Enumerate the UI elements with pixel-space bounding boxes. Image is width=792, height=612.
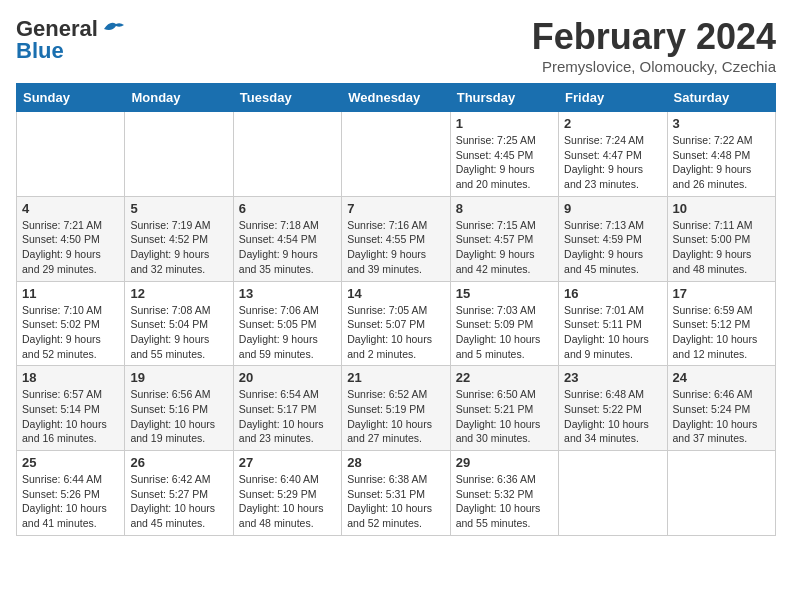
day-number: 8 <box>456 201 553 216</box>
day-number: 12 <box>130 286 227 301</box>
calendar-cell <box>667 451 775 536</box>
calendar-cell: 18Sunrise: 6:57 AMSunset: 5:14 PMDayligh… <box>17 366 125 451</box>
day-number: 3 <box>673 116 770 131</box>
weekday-header-saturday: Saturday <box>667 84 775 112</box>
day-number: 19 <box>130 370 227 385</box>
day-number: 16 <box>564 286 661 301</box>
day-info: Sunrise: 7:08 AMSunset: 5:04 PMDaylight:… <box>130 303 227 362</box>
day-number: 17 <box>673 286 770 301</box>
calendar-cell: 1Sunrise: 7:25 AMSunset: 4:45 PMDaylight… <box>450 112 558 197</box>
day-number: 9 <box>564 201 661 216</box>
day-info: Sunrise: 7:13 AMSunset: 4:59 PMDaylight:… <box>564 218 661 277</box>
day-info: Sunrise: 7:22 AMSunset: 4:48 PMDaylight:… <box>673 133 770 192</box>
weekday-header-wednesday: Wednesday <box>342 84 450 112</box>
calendar-cell: 2Sunrise: 7:24 AMSunset: 4:47 PMDaylight… <box>559 112 667 197</box>
logo-text-blue: Blue <box>16 38 64 64</box>
calendar-cell: 5Sunrise: 7:19 AMSunset: 4:52 PMDaylight… <box>125 196 233 281</box>
page-header: General Blue February 2024 Premyslovice,… <box>16 16 776 75</box>
weekday-header-friday: Friday <box>559 84 667 112</box>
day-info: Sunrise: 6:48 AMSunset: 5:22 PMDaylight:… <box>564 387 661 446</box>
day-info: Sunrise: 7:21 AMSunset: 4:50 PMDaylight:… <box>22 218 119 277</box>
day-info: Sunrise: 7:03 AMSunset: 5:09 PMDaylight:… <box>456 303 553 362</box>
day-info: Sunrise: 6:54 AMSunset: 5:17 PMDaylight:… <box>239 387 336 446</box>
weekday-header-sunday: Sunday <box>17 84 125 112</box>
day-number: 11 <box>22 286 119 301</box>
day-info: Sunrise: 7:16 AMSunset: 4:55 PMDaylight:… <box>347 218 444 277</box>
calendar-cell: 13Sunrise: 7:06 AMSunset: 5:05 PMDayligh… <box>233 281 341 366</box>
calendar-cell <box>342 112 450 197</box>
calendar-cell <box>17 112 125 197</box>
weekday-header-row: SundayMondayTuesdayWednesdayThursdayFrid… <box>17 84 776 112</box>
day-info: Sunrise: 7:06 AMSunset: 5:05 PMDaylight:… <box>239 303 336 362</box>
day-info: Sunrise: 6:56 AMSunset: 5:16 PMDaylight:… <box>130 387 227 446</box>
calendar-week-3: 11Sunrise: 7:10 AMSunset: 5:02 PMDayligh… <box>17 281 776 366</box>
calendar-cell: 17Sunrise: 6:59 AMSunset: 5:12 PMDayligh… <box>667 281 775 366</box>
day-info: Sunrise: 6:36 AMSunset: 5:32 PMDaylight:… <box>456 472 553 531</box>
calendar-cell <box>559 451 667 536</box>
day-info: Sunrise: 7:05 AMSunset: 5:07 PMDaylight:… <box>347 303 444 362</box>
calendar-table: SundayMondayTuesdayWednesdayThursdayFrid… <box>16 83 776 536</box>
weekday-header-tuesday: Tuesday <box>233 84 341 112</box>
calendar-cell: 26Sunrise: 6:42 AMSunset: 5:27 PMDayligh… <box>125 451 233 536</box>
day-number: 13 <box>239 286 336 301</box>
day-info: Sunrise: 7:25 AMSunset: 4:45 PMDaylight:… <box>456 133 553 192</box>
day-info: Sunrise: 7:15 AMSunset: 4:57 PMDaylight:… <box>456 218 553 277</box>
calendar-cell: 23Sunrise: 6:48 AMSunset: 5:22 PMDayligh… <box>559 366 667 451</box>
day-info: Sunrise: 6:46 AMSunset: 5:24 PMDaylight:… <box>673 387 770 446</box>
calendar-cell: 14Sunrise: 7:05 AMSunset: 5:07 PMDayligh… <box>342 281 450 366</box>
day-number: 21 <box>347 370 444 385</box>
calendar-cell: 29Sunrise: 6:36 AMSunset: 5:32 PMDayligh… <box>450 451 558 536</box>
calendar-cell: 8Sunrise: 7:15 AMSunset: 4:57 PMDaylight… <box>450 196 558 281</box>
title-area: February 2024 Premyslovice, Olomoucky, C… <box>532 16 776 75</box>
day-number: 23 <box>564 370 661 385</box>
day-number: 20 <box>239 370 336 385</box>
calendar-week-2: 4Sunrise: 7:21 AMSunset: 4:50 PMDaylight… <box>17 196 776 281</box>
day-info: Sunrise: 6:50 AMSunset: 5:21 PMDaylight:… <box>456 387 553 446</box>
logo: General Blue <box>16 16 124 64</box>
calendar-cell <box>233 112 341 197</box>
day-number: 22 <box>456 370 553 385</box>
calendar-cell: 20Sunrise: 6:54 AMSunset: 5:17 PMDayligh… <box>233 366 341 451</box>
calendar-cell: 27Sunrise: 6:40 AMSunset: 5:29 PMDayligh… <box>233 451 341 536</box>
day-info: Sunrise: 7:10 AMSunset: 5:02 PMDaylight:… <box>22 303 119 362</box>
day-number: 27 <box>239 455 336 470</box>
day-number: 24 <box>673 370 770 385</box>
day-info: Sunrise: 6:38 AMSunset: 5:31 PMDaylight:… <box>347 472 444 531</box>
day-info: Sunrise: 6:52 AMSunset: 5:19 PMDaylight:… <box>347 387 444 446</box>
day-info: Sunrise: 6:59 AMSunset: 5:12 PMDaylight:… <box>673 303 770 362</box>
day-number: 6 <box>239 201 336 216</box>
day-info: Sunrise: 6:40 AMSunset: 5:29 PMDaylight:… <box>239 472 336 531</box>
calendar-cell: 11Sunrise: 7:10 AMSunset: 5:02 PMDayligh… <box>17 281 125 366</box>
day-info: Sunrise: 6:57 AMSunset: 5:14 PMDaylight:… <box>22 387 119 446</box>
day-number: 4 <box>22 201 119 216</box>
calendar-cell: 6Sunrise: 7:18 AMSunset: 4:54 PMDaylight… <box>233 196 341 281</box>
day-number: 2 <box>564 116 661 131</box>
day-number: 29 <box>456 455 553 470</box>
calendar-cell: 12Sunrise: 7:08 AMSunset: 5:04 PMDayligh… <box>125 281 233 366</box>
weekday-header-monday: Monday <box>125 84 233 112</box>
calendar-cell: 28Sunrise: 6:38 AMSunset: 5:31 PMDayligh… <box>342 451 450 536</box>
day-info: Sunrise: 7:01 AMSunset: 5:11 PMDaylight:… <box>564 303 661 362</box>
weekday-header-thursday: Thursday <box>450 84 558 112</box>
calendar-cell: 21Sunrise: 6:52 AMSunset: 5:19 PMDayligh… <box>342 366 450 451</box>
day-number: 7 <box>347 201 444 216</box>
calendar-cell: 25Sunrise: 6:44 AMSunset: 5:26 PMDayligh… <box>17 451 125 536</box>
day-info: Sunrise: 7:11 AMSunset: 5:00 PMDaylight:… <box>673 218 770 277</box>
calendar-cell: 9Sunrise: 7:13 AMSunset: 4:59 PMDaylight… <box>559 196 667 281</box>
day-number: 28 <box>347 455 444 470</box>
day-info: Sunrise: 7:18 AMSunset: 4:54 PMDaylight:… <box>239 218 336 277</box>
day-number: 26 <box>130 455 227 470</box>
calendar-cell: 19Sunrise: 6:56 AMSunset: 5:16 PMDayligh… <box>125 366 233 451</box>
calendar-cell: 3Sunrise: 7:22 AMSunset: 4:48 PMDaylight… <box>667 112 775 197</box>
calendar-cell: 10Sunrise: 7:11 AMSunset: 5:00 PMDayligh… <box>667 196 775 281</box>
day-number: 10 <box>673 201 770 216</box>
logo-bird-icon <box>102 20 124 38</box>
calendar-week-1: 1Sunrise: 7:25 AMSunset: 4:45 PMDaylight… <box>17 112 776 197</box>
day-info: Sunrise: 6:44 AMSunset: 5:26 PMDaylight:… <box>22 472 119 531</box>
month-title: February 2024 <box>532 16 776 58</box>
day-info: Sunrise: 7:24 AMSunset: 4:47 PMDaylight:… <box>564 133 661 192</box>
day-number: 1 <box>456 116 553 131</box>
day-number: 18 <box>22 370 119 385</box>
day-number: 14 <box>347 286 444 301</box>
location-subtitle: Premyslovice, Olomoucky, Czechia <box>532 58 776 75</box>
